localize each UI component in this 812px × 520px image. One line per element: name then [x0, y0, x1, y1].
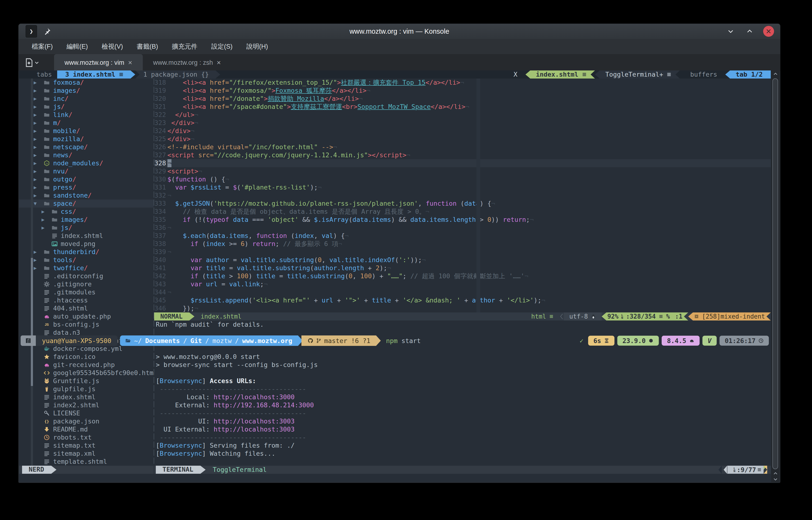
scroll-up2-icon[interactable]: [772, 471, 779, 476]
chevron-right-icon[interactable]: ▶: [34, 103, 37, 111]
chevron-right-icon[interactable]: ▶: [34, 256, 37, 264]
folder-icon: [44, 168, 50, 174]
konsole-tabbar: www.moztw.org : vim×www.moztw.org : zsh×: [19, 54, 780, 71]
tree-item-css[interactable]: ▶css/: [19, 208, 154, 216]
terminal-line: --------------------------------------: [156, 434, 773, 441]
nerdtree-scrollbar[interactable]: [31, 79, 33, 466]
chevron-right-icon[interactable]: ▶: [34, 167, 37, 175]
tree-item-.gitignore[interactable]: .gitignore: [19, 280, 154, 288]
scrollbar[interactable]: [771, 71, 780, 482]
chevron-right-icon[interactable]: ▶: [34, 175, 37, 183]
svg-text:JS: JS: [45, 322, 49, 327]
tree-item-link[interactable]: ▶link/: [19, 111, 154, 119]
chevron-right-icon[interactable]: ▶: [34, 183, 37, 191]
tree-item-sandstone[interactable]: ▶sandstone/: [19, 191, 154, 200]
konsole-tab-1[interactable]: www.moztw.org : zsh×: [143, 54, 232, 71]
chevron-right-icon[interactable]: ▶: [42, 208, 45, 216]
tree-item-inc[interactable]: ▶inc/: [19, 95, 154, 103]
tree-item-LICENSE[interactable]: LICENSE: [19, 409, 154, 417]
scroll-up-icon[interactable]: [772, 71, 779, 77]
chevron-right-icon[interactable]: ▶: [42, 216, 45, 224]
menu-item-5[interactable]: 設定(S): [211, 42, 233, 51]
tree-item-js[interactable]: ▶js/: [19, 224, 154, 232]
menu-item-1[interactable]: 編輯(E): [66, 42, 88, 51]
tree-item-moved.png[interactable]: moved.png: [19, 240, 154, 248]
tree-item-git-received.php[interactable]: git-received.php: [19, 361, 154, 369]
chevron-right-icon[interactable]: ▶: [34, 151, 37, 159]
chevron-right-icon[interactable]: ▶: [34, 111, 37, 119]
menu-item-3[interactable]: 書籤(B): [137, 42, 158, 51]
tree-item-foxmosa[interactable]: ▶foxmosa/: [19, 79, 154, 86]
chevron-right-icon[interactable]: ▶: [34, 86, 37, 95]
tree-item-index.shtml[interactable]: index.shtml: [19, 393, 154, 401]
tree-item-sitemap.txt[interactable]: sitemap.txt: [19, 441, 154, 449]
titlebar[interactable]: ❯ www.moztw.org : vim — Konsole: [19, 24, 780, 39]
tree-item-js[interactable]: ▶js/: [19, 103, 154, 111]
tree-item-package.json[interactable]: {}package.json: [19, 417, 154, 425]
hourglass-icon: [604, 338, 609, 343]
tree-item-favicon.ico[interactable]: favicon.ico: [19, 353, 154, 361]
tree-item-tools[interactable]: ▶tools/: [19, 256, 154, 264]
tree-item-404.shtml[interactable]: 404.shtml: [19, 304, 154, 312]
tree-item-images[interactable]: ▶images/: [19, 86, 154, 95]
tree-item-netscape[interactable]: ▶netscape/: [19, 143, 154, 151]
scrollbar-thumb[interactable]: [773, 78, 778, 469]
chevron-right-icon[interactable]: ▶: [34, 119, 37, 127]
tree-item-outgo[interactable]: ▶outgo/: [19, 175, 154, 183]
chevron-right-icon[interactable]: ▶: [34, 135, 37, 143]
close-button[interactable]: [763, 26, 774, 37]
tree-item-index.shtml[interactable]: index.shtml: [19, 232, 154, 240]
chevron-right-icon[interactable]: ▶: [34, 159, 37, 167]
tree-item-.htaccess[interactable]: .htaccess: [19, 296, 154, 304]
chevron-right-icon[interactable]: ▶: [34, 248, 37, 256]
menu-item-2[interactable]: 檢視(V): [102, 42, 123, 51]
chevron-right-icon[interactable]: ▶: [34, 127, 37, 135]
tree-item-gulpfile.js[interactable]: gulpfile.js: [19, 385, 154, 393]
tree-item-m[interactable]: ▶m/: [19, 119, 154, 127]
pin-icon[interactable]: [43, 27, 51, 35]
menu-item-0[interactable]: 檔案(F): [32, 42, 53, 51]
star-icon: [44, 354, 50, 360]
tree-item-.gitmodules[interactable]: .gitmodules: [19, 288, 154, 296]
konsole-tab-0[interactable]: www.moztw.org : vim×: [54, 54, 143, 71]
tree-item-nvu[interactable]: ▶nvu/: [19, 167, 154, 175]
prompt-user: yuan@Yuan-XPS-9500: [36, 335, 118, 346]
vim-tab-0[interactable]: 3 index.shtml: [57, 71, 135, 79]
tree-item-auto_update.php[interactable]: auto_update.php: [19, 312, 154, 320]
scroll-down-icon[interactable]: [772, 476, 779, 482]
tab-close-icon[interactable]: ×: [128, 59, 132, 67]
tree-item-google955345b65bfc90e0.htm[interactable]: google955345b65bfc90e0.htm: [19, 369, 154, 377]
menu-item-4[interactable]: 擴充元件: [172, 42, 197, 51]
tree-item-robots.txt[interactable]: robots.txt: [19, 434, 154, 441]
chevron-right-icon[interactable]: ▶: [42, 224, 45, 232]
tab-close-icon[interactable]: ×: [217, 59, 221, 67]
tree-item-news[interactable]: ▶news/: [19, 151, 154, 159]
terminal-statusline-position: LN:9/77: [727, 466, 764, 474]
maximize-button[interactable]: [744, 26, 755, 37]
chevron-right-icon[interactable]: ▶: [34, 79, 37, 86]
tree-item-mozilla[interactable]: ▶mozilla/: [19, 135, 154, 143]
tree-item-twoffice[interactable]: ▶twoffice/: [19, 264, 154, 272]
chevron-right-icon[interactable]: ▶: [34, 191, 37, 200]
tree-item-bs-config.js[interactable]: JSbs-config.js: [19, 320, 154, 329]
tree-item-sitemap.xml[interactable]: sitemap.xml: [19, 449, 154, 458]
tree-item-press[interactable]: ▶press/: [19, 183, 154, 191]
tree-item-images[interactable]: ▶images/: [19, 216, 154, 224]
tree-item-space[interactable]: ▼space/: [19, 200, 154, 208]
tree-item-README.md[interactable]: README.md: [19, 425, 154, 434]
tree-item-index2.shtml[interactable]: index2.shtml: [19, 401, 154, 409]
chevron-right-icon[interactable]: ▶: [34, 264, 37, 272]
folder-icon: [44, 144, 50, 150]
tree-item-.editorconfig[interactable]: .editorconfig: [19, 272, 154, 280]
tree-item-template.shtml[interactable]: template.shtml: [19, 458, 154, 466]
chevron-right-icon[interactable]: ▶: [34, 95, 37, 103]
tree-item-Gruntfile.js[interactable]: Gruntfile.js: [19, 377, 154, 385]
minimize-button[interactable]: [725, 26, 736, 37]
new-tab-button[interactable]: [24, 56, 48, 69]
tree-item-thunderbird[interactable]: ▶thunderbird/: [19, 248, 154, 256]
chevron-down-icon[interactable]: ▼: [34, 200, 37, 208]
chevron-right-icon[interactable]: ▶: [34, 143, 37, 151]
tree-item-mobile[interactable]: ▶mobile/: [19, 127, 154, 135]
menu-item-6[interactable]: 說明(H): [246, 42, 268, 51]
tree-item-node_modules[interactable]: ▶jsnode_modules/: [19, 159, 154, 167]
